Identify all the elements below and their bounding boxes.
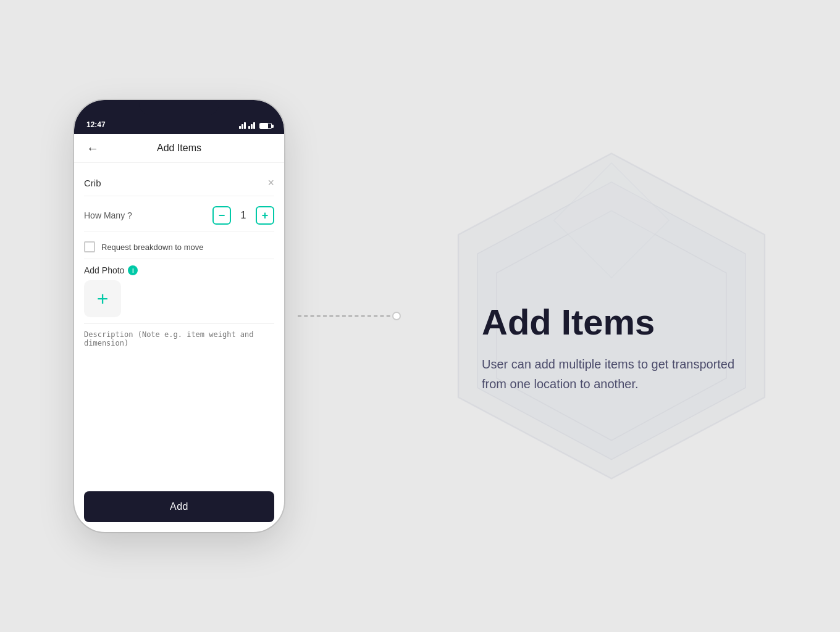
description-area xyxy=(84,323,274,359)
quantity-label: How Many ? xyxy=(84,210,132,220)
page-scene: 12:47 xyxy=(0,0,840,632)
increment-button[interactable]: + xyxy=(256,206,274,225)
app-header: ← Add Items xyxy=(74,134,284,163)
quantity-value: 1 xyxy=(238,210,248,221)
form-content: × How Many ? − 1 + Request xyxy=(74,163,284,484)
phone-screen: ← Add Items × How Many ? − xyxy=(74,134,284,532)
phone-status-bar: 12:47 xyxy=(74,100,284,134)
feature-text-content: Add Items User can add multiple items to… xyxy=(482,302,760,394)
quantity-row: How Many ? − 1 + xyxy=(84,200,274,231)
phone-time: 12:47 xyxy=(86,120,106,129)
add-photo-info-icon[interactable]: i xyxy=(128,265,138,275)
add-photo-label: Add Photo i xyxy=(84,265,274,275)
decrement-button[interactable]: − xyxy=(212,206,231,225)
signal-icon-2 xyxy=(248,122,255,129)
connector-line xyxy=(298,315,397,317)
breakdown-label: Request breakdown to move xyxy=(101,243,203,252)
signal-icon xyxy=(239,122,246,129)
add-photo-plus-icon: + xyxy=(97,289,109,309)
screen-title: Add Items xyxy=(157,143,201,154)
breakdown-checkbox[interactable] xyxy=(84,241,95,252)
item-name-row: × xyxy=(84,170,274,196)
add-button-container: Add xyxy=(74,484,284,532)
phone-status-icons xyxy=(239,122,272,129)
item-name-input[interactable] xyxy=(84,178,267,188)
phone-notch xyxy=(139,100,219,115)
add-photo-text: Add Photo xyxy=(84,265,124,275)
description-input[interactable] xyxy=(84,330,274,356)
add-button[interactable]: Add xyxy=(84,491,274,522)
battery-icon xyxy=(259,123,272,129)
back-button[interactable]: ← xyxy=(86,141,99,156)
breakdown-checkbox-row: Request breakdown to move xyxy=(84,235,274,259)
clear-input-button[interactable]: × xyxy=(267,177,274,189)
add-photo-button[interactable]: + xyxy=(84,280,121,317)
phone-mockup: 12:47 xyxy=(74,100,284,532)
quantity-controls: − 1 + xyxy=(212,206,274,225)
feature-title: Add Items xyxy=(482,302,760,342)
feature-description: User can add multiple items to get trans… xyxy=(482,354,760,394)
